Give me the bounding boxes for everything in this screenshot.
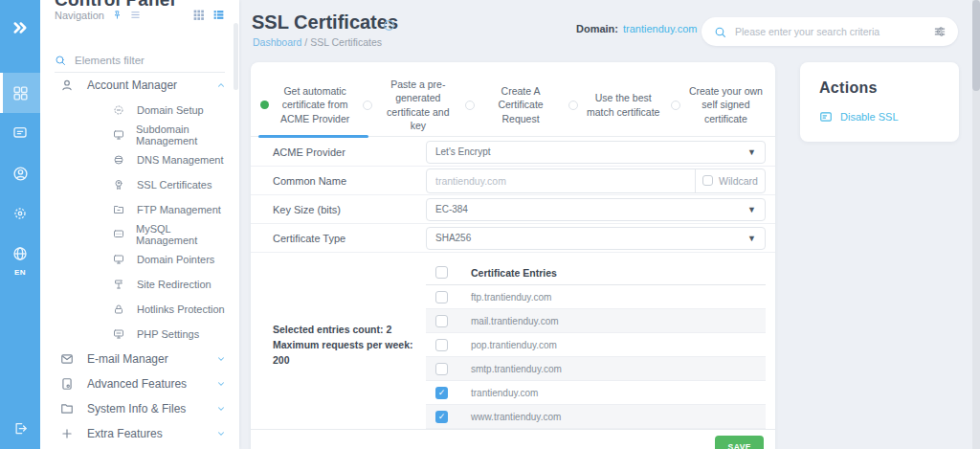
table-row: pop.trantienduy.com [426,333,766,357]
pin-icon[interactable] [112,10,122,20]
active-tab-indicator [258,135,368,138]
rail-language-icon[interactable] [0,234,40,274]
globe-dashed-icon [113,104,125,116]
search-bar [702,17,958,46]
app-rail: EN [0,0,40,449]
wildcard-label: Wildcard [719,175,758,187]
table-row: smtp.trantienduy.com [426,357,766,381]
save-button[interactable]: SAVE [715,436,764,449]
plus-icon [60,427,75,440]
sidebar-item-subdomain-management[interactable]: Subdomain Management [40,123,239,147]
entry-checkbox[interactable] [435,363,448,375]
certificate-badge-icon [113,179,125,191]
form-row-certificate-type: Certificate Type SHA256 ▼ [251,224,775,253]
sidebar-section-system-info-files[interactable]: System Info & Files [40,396,239,421]
sidebar-item-php-settings[interactable]: PHP Settings [40,322,239,347]
rail-dashboard-icon[interactable] [0,73,40,113]
rail-settings-icon[interactable] [0,193,40,234]
radio-icon[interactable] [671,101,680,110]
grid-view-icon[interactable] [192,9,205,21]
tab-best-match[interactable]: Use the best match certificate [565,76,667,134]
caret-down-icon: ▼ [747,205,756,214]
key-size-select[interactable]: EC-384 ▼ [426,198,766,221]
rail-account-icon[interactable] [0,153,40,193]
sidebar-item-hotlinks-protection[interactable]: Hotlinks Protection [40,297,239,322]
entry-checkbox[interactable] [435,315,448,327]
chevron-up-icon [216,80,226,90]
sidebar-section-extra-features[interactable]: Extra Features [40,421,239,446]
main-content: SSL Certificates ? Dashboard / SSL Certi… [239,0,980,449]
table-header-row: Certificate Entries [426,260,766,285]
entry-checkbox[interactable] [435,339,448,351]
lock-icon [113,303,125,315]
form-row-common-name: Common Name Wildcard [251,167,775,195]
select-all-checkbox[interactable] [435,266,448,279]
search-input[interactable] [735,26,924,37]
chevron-down-icon [216,404,226,414]
radio-selected-icon[interactable] [260,101,269,109]
form-footer: SAVE [251,429,775,449]
radio-icon[interactable] [465,101,475,110]
sidebar-section-email-manager[interactable]: E-mail Manager [40,347,239,371]
sidebar-item-mysql-management[interactable]: MySQL Management [40,222,239,247]
table-row: ✓ www.trantienduy.com [426,405,766,429]
tab-paste-certificate[interactable]: Paste a pre-generated certificate and ke… [359,76,461,134]
sidebar-item-ssl-certificates[interactable]: SSL Certificates [40,172,239,197]
selected-count-text: Selected entries count: 2 [273,322,426,337]
form-row-acme-provider: ACME Provider Let's Encrypt ▼ [251,138,775,167]
svg-text:?: ? [388,22,391,29]
radio-icon[interactable] [568,101,578,110]
certificate-entries-section: Selected entries count: 2 Maximum reques… [251,253,775,429]
entry-checkbox-checked[interactable]: ✓ [435,387,448,399]
common-name-input[interactable] [427,169,696,192]
app-logo-icon[interactable] [0,0,40,56]
sidebar-navigation-label: Navigation [55,10,104,21]
sidebar-section-advanced-features[interactable]: Advanced Features [40,371,239,396]
elements-filter-input[interactable] [75,55,225,66]
breadcrumb-separator: / [301,36,310,48]
folder-icon [60,402,75,415]
acme-provider-select[interactable]: Let's Encrypt ▼ [426,141,766,164]
breadcrumb-dashboard-link[interactable]: Dashboard [253,36,301,48]
form-row-key-size: Key Size (bits) EC-384 ▼ [251,195,775,224]
domain-value[interactable]: trantienduy.com [623,23,697,34]
tab-underline [251,135,775,138]
help-icon[interactable]: ? [383,19,395,32]
sidebar-item-site-redirection[interactable]: Site Redirection [40,272,239,297]
rail-logout-icon[interactable] [0,407,40,449]
globe-icon [113,154,125,166]
radio-icon[interactable] [363,101,372,110]
wildcard-option[interactable]: Wildcard [696,169,765,192]
sidebar-item-ftp-management[interactable]: FTP Management [40,197,239,222]
list-view-icon[interactable] [212,9,225,21]
entry-checkbox-checked[interactable]: ✓ [435,411,448,423]
sidebar-item-domain-setup[interactable]: Domain Setup [40,98,239,123]
sidebar-section-account-manager[interactable]: Account Manager [40,73,239,98]
page-scrollbar-track[interactable] [972,0,980,449]
menu-style-icon[interactable] [130,10,141,20]
tab-acme-provider[interactable]: Get automatic certificate from ACME Prov… [256,76,359,134]
table-row: mail.trantienduy.com [426,309,766,333]
sidebar-item-domain-pointers[interactable]: Domain Pointers [40,247,239,272]
page-scrollbar-thumb[interactable] [972,0,980,91]
max-requests-text: Maximum requests per week: 200 [273,337,426,369]
sidebar-item-dns-management[interactable]: DNS Management [40,147,239,172]
entry-checkbox[interactable] [435,291,448,303]
search-settings-icon[interactable] [933,25,947,38]
monitor-icon [113,129,124,141]
database-icon [113,229,124,240]
tab-self-signed[interactable]: Create your own self signed certificate [667,76,769,134]
wildcard-checkbox[interactable] [702,175,713,186]
certificate-type-select[interactable]: SHA256 ▼ [426,227,766,250]
envelope-icon [60,352,75,366]
folder-arrows-icon [113,204,125,215]
breadcrumb: Dashboard / SSL Certificates [253,36,382,48]
rail-messages-icon[interactable] [0,113,40,153]
field-label: Common Name [273,175,426,187]
tab-certificate-request[interactable]: Create A Certificate Request [461,76,564,134]
chevron-down-icon [216,379,226,389]
certificate-card-icon [819,110,833,123]
field-label: Key Size (bits) [273,204,426,215]
person-icon [60,79,75,92]
disable-ssl-link[interactable]: Disable SSL [819,110,940,123]
